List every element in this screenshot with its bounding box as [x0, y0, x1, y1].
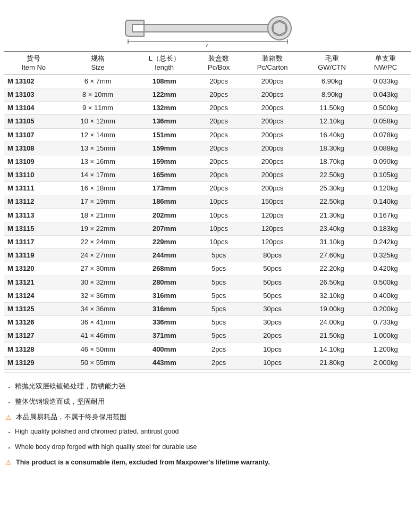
table-cell: 5pcs [196, 289, 241, 302]
table-cell: 202mm [133, 209, 196, 222]
col-header-length: L（总长） length [133, 52, 196, 74]
table-cell: 21.80kg [303, 356, 360, 369]
table-cell: M 13112 [4, 195, 63, 209]
col-header-pcbox: 装盒数 Pc/Box [196, 52, 241, 74]
table-cell: 2pcs [196, 356, 241, 369]
table-cell: 0.167kg [360, 209, 411, 222]
table-cell: 20pcs [196, 128, 241, 142]
table-cell: 16 × 18mm [63, 182, 133, 195]
table-row: M 1312950 × 55mm443mm2pcs10pcs21.80kg2.0… [4, 356, 411, 369]
table-cell: M 13121 [4, 276, 63, 289]
table-cell: 0.058kg [360, 115, 411, 128]
table-cell: 9 × 11mm [63, 102, 133, 115]
table-cell: 50pcs [241, 262, 303, 276]
table-row: M 1311318 × 21mm202mm10pcs120pcs21.30kg0… [4, 209, 411, 222]
table-cell: M 13119 [4, 249, 63, 262]
table-cell: M 13102 [4, 74, 63, 88]
table-cell: 13 × 15mm [63, 142, 133, 155]
table-cell: 200pcs [241, 102, 303, 115]
table-cell: 173mm [133, 182, 196, 195]
wrench-svg: L [123, 10, 293, 47]
table-cell: 10pcs [196, 195, 241, 209]
table-row: M 1311116 × 18mm173mm20pcs200pcs25.30kg0… [4, 182, 411, 195]
table-cell: 2.000kg [360, 356, 411, 369]
table-cell: 0.140kg [360, 195, 411, 209]
table-row: M 1310510 × 12mm136mm20pcs200pcs12.10kg0… [4, 115, 411, 128]
table-cell: 200pcs [241, 74, 303, 88]
table-cell: 165mm [133, 169, 196, 182]
table-cell: 120pcs [241, 209, 303, 222]
table-row: M 1310712 × 14mm151mm20pcs200pcs16.40kg0… [4, 128, 411, 142]
svg-rect-0 [144, 24, 272, 32]
table-cell: M 13127 [4, 329, 63, 343]
table-cell: 30pcs [241, 316, 303, 329]
table-row: M 1312741 × 46mm371mm5pcs20pcs21.50kg1.0… [4, 329, 411, 343]
table-cell: 80pcs [241, 249, 303, 262]
col-header-pccarton: 装箱数 Pc/Carton [241, 52, 303, 74]
table-cell: M 13117 [4, 236, 63, 249]
warning-icon-cn: ⚠ [5, 411, 14, 425]
table-cell: 18 × 21mm [63, 209, 133, 222]
table-cell: 5pcs [196, 249, 241, 262]
table-cell: 19.00kg [303, 302, 360, 315]
table-cell: 34 × 36mm [63, 302, 133, 315]
table-cell: 26.50kg [303, 276, 360, 289]
table-cell: 41 × 46mm [63, 329, 133, 343]
table-cell: 20pcs [196, 155, 241, 168]
table-cell: 0.325kg [360, 249, 411, 262]
wrench-diagram: L [0, 0, 415, 51]
table-cell: 0.033kg [360, 74, 411, 88]
table-cell: 108mm [133, 74, 196, 88]
col-header-size: 规格 Size [63, 52, 133, 74]
table-cell: M 13107 [4, 128, 63, 142]
table-cell: 8.90kg [303, 88, 360, 101]
table-cell: 132mm [133, 102, 196, 115]
table-cell: 12 × 14mm [63, 128, 133, 142]
table-cell: 0.420kg [360, 262, 411, 276]
table-cell: M 13104 [4, 102, 63, 115]
table-cell: M 13113 [4, 209, 63, 222]
table-cell: 12.10kg [303, 115, 360, 128]
table-cell: 31.10kg [303, 236, 360, 249]
table-cell: 17 × 19mm [63, 195, 133, 209]
table-cell: 22 × 24mm [63, 236, 133, 249]
table-cell: 0.120kg [360, 182, 411, 195]
table-cell: 20pcs [196, 142, 241, 155]
table-row: M 131038 × 10mm122mm20pcs200pcs8.90kg0.0… [4, 88, 411, 101]
table-cell: 443mm [133, 356, 196, 369]
table-row: M 131049 × 11mm132mm20pcs200pcs11.50kg0.… [4, 102, 411, 115]
table-body: M 131026 × 7mm108mm20pcs200pcs6.90kg0.03… [4, 74, 411, 369]
table-cell: 0.500kg [360, 102, 411, 115]
table-cell: 18.30kg [303, 142, 360, 155]
table-cell: 10pcs [196, 222, 241, 235]
table-cell: 22.50kg [303, 195, 360, 209]
table-cell: 268mm [133, 262, 196, 276]
table-cell: 46 × 50mm [63, 343, 133, 356]
table-cell: 20pcs [196, 115, 241, 128]
table-cell: 5pcs [196, 276, 241, 289]
table-cell: 316mm [133, 302, 196, 315]
table-header-row: 货号 Item No 规格 Size L（总长） length 装盒数 Pc/B… [4, 52, 411, 74]
table-row: M 1312534 × 36mm316mm5pcs30pcs19.00kg0.2… [4, 302, 411, 315]
note-en2: ・ Whole body drop forged with high quali… [5, 440, 410, 455]
table-cell: 27.60kg [303, 249, 360, 262]
table-cell: 50pcs [241, 289, 303, 302]
note-cn3-warn: ⚠ 本品属易耗品，不属于终身保用范围 [5, 411, 410, 425]
table-cell: 200pcs [241, 115, 303, 128]
table-cell: 244mm [133, 249, 196, 262]
table-cell: 24 × 27mm [63, 249, 133, 262]
product-table: 货号 Item No 规格 Size L（总长） length 装盒数 Pc/B… [4, 51, 411, 370]
table-cell: 30pcs [241, 302, 303, 315]
table-cell: 200pcs [241, 142, 303, 155]
table-cell: 0.105kg [360, 169, 411, 182]
table-cell: 19 × 22mm [63, 222, 133, 235]
table-cell: 0.500kg [360, 276, 411, 289]
table-cell: 159mm [133, 142, 196, 155]
table-cell: 32.10kg [303, 289, 360, 302]
table-cell: 20pcs [241, 329, 303, 343]
table-cell: 0.200kg [360, 302, 411, 315]
table-cell: 5pcs [196, 316, 241, 329]
table-cell: 186mm [133, 195, 196, 209]
note-cn1: ・ 精抛光双层镍镀铬处理，防锈能力强 [5, 380, 410, 395]
table-cell: 0.043kg [360, 88, 411, 101]
